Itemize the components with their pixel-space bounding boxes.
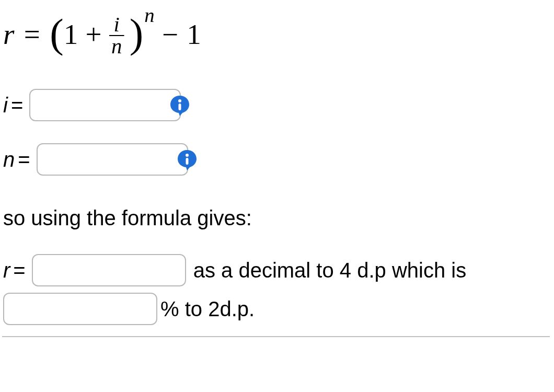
info-icon[interactable] bbox=[168, 94, 191, 117]
formula-fraction: i n bbox=[109, 14, 124, 57]
formula-minus: − bbox=[162, 16, 178, 54]
row-n: n = bbox=[3, 143, 549, 176]
svg-rect-3 bbox=[186, 158, 188, 165]
formula-display: r = ( 1 + i n ) n − 1 bbox=[3, 0, 554, 66]
formula-r: r bbox=[3, 16, 14, 54]
divider bbox=[2, 336, 550, 337]
label-n: n = bbox=[3, 145, 30, 174]
percent-unit-text: % to 2d.p. bbox=[160, 291, 255, 327]
input-r-decimal[interactable] bbox=[32, 254, 186, 286]
formula-trailing-one: 1 bbox=[187, 16, 201, 54]
formula-exponent: n bbox=[144, 2, 154, 29]
input-n[interactable] bbox=[37, 143, 188, 176]
svg-point-2 bbox=[186, 154, 189, 157]
svg-rect-1 bbox=[179, 103, 181, 110]
formula-fraction-den: n bbox=[109, 36, 124, 57]
label-i: i = bbox=[3, 91, 23, 119]
input-r-percent[interactable] bbox=[3, 293, 157, 325]
input-i[interactable] bbox=[29, 89, 181, 121]
formula-fraction-num: i bbox=[111, 14, 122, 35]
prompt-text: so using the formula gives: bbox=[3, 204, 549, 232]
formula-one: 1 bbox=[64, 16, 78, 54]
formula-equals: = bbox=[24, 16, 40, 54]
info-icon[interactable] bbox=[176, 148, 199, 171]
svg-point-0 bbox=[178, 99, 181, 102]
row-i: i = bbox=[3, 89, 549, 121]
label-r: r = bbox=[3, 252, 26, 288]
result-trail-text: as a decimal to 4 d.p which is bbox=[193, 252, 466, 288]
formula-plus: + bbox=[86, 16, 102, 54]
result-block: r = as a decimal to 4 d.p which is % to … bbox=[3, 251, 549, 327]
